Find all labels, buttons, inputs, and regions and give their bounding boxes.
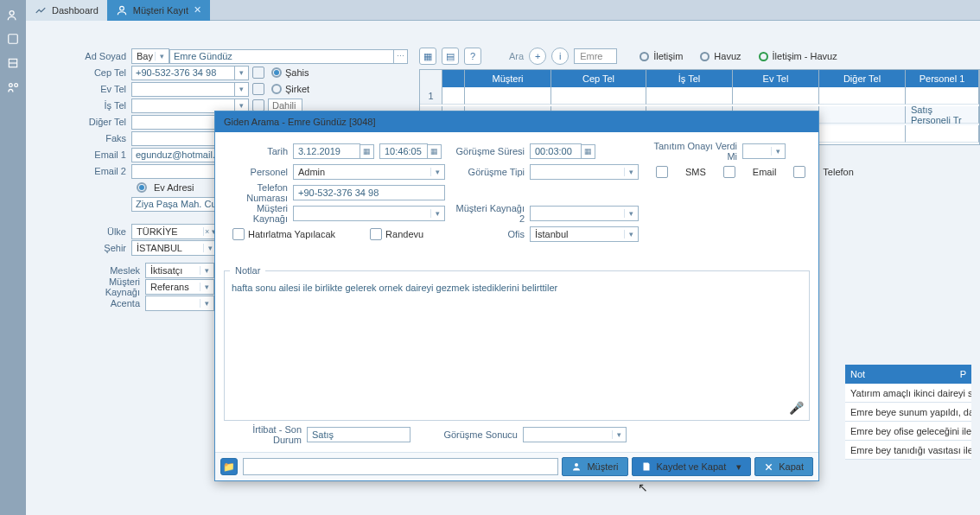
caret-icon[interactable]: ▾ <box>235 66 249 80</box>
label-gsuresi: Görüşme Süresi <box>454 146 530 156</box>
search-input[interactable] <box>574 48 617 64</box>
label-ara: Ara <box>509 51 524 61</box>
select-mk[interactable]: Referans▾ <box>145 279 214 295</box>
sidebar-icon-4[interactable] <box>2 78 24 97</box>
mic-icon[interactable]: 🎤 <box>789 401 804 415</box>
input-saat[interactable] <box>379 143 428 159</box>
label-email2: Email 2 <box>78 166 131 176</box>
label-meslek: Meslek <box>78 265 145 276</box>
radio-sahis[interactable] <box>271 67 282 78</box>
label-notlar: Notlar <box>230 265 265 276</box>
radio-sirket[interactable] <box>271 84 282 94</box>
svg-point-7 <box>575 463 578 467</box>
modal-footer: 📁 Müşteri Kaydet ve Kapat▾ Kapat <box>215 452 818 480</box>
select-ulke[interactable]: TÜRKİYE× ▾ <box>131 224 218 239</box>
modal-title: Giden Arama - Emre Gündüz [3048] <box>215 111 818 132</box>
chart-icon <box>35 4 47 16</box>
tab-musteri-kayit[interactable]: Müşteri Kayıt ✕ <box>107 0 210 21</box>
checkbox-randevu[interactable] <box>370 228 382 240</box>
notes-row[interactable]: Emre beye sunum yapıldı, daire satışı k.… <box>845 403 971 422</box>
checkbox-ev[interactable] <box>252 83 264 95</box>
filter-iletisim-havuz[interactable]: İletişim - Havuz <box>759 51 837 61</box>
filter-havuz[interactable]: Havuz <box>700 51 741 61</box>
select-tov[interactable]: ▾ <box>742 143 786 159</box>
label-tarih: Tarih <box>224 146 293 156</box>
label-email: Email <box>753 167 777 177</box>
input-irtibat[interactable] <box>307 427 410 442</box>
checkbox-telefon[interactable] <box>793 166 805 178</box>
label-personel: Personel <box>224 167 293 177</box>
label-istel: İş Tel <box>78 100 131 111</box>
select-gtipi[interactable]: ▾ <box>530 164 639 180</box>
select-acenta[interactable]: ▾ <box>145 296 214 311</box>
tab-bar: Dashboard Müşteri Kayıt ✕ <box>26 0 980 21</box>
svg-rect-1 <box>9 35 18 44</box>
svg-point-4 <box>9 83 12 86</box>
label-sahis: Şahis <box>285 67 309 78</box>
calendar-icon[interactable]: ▦ <box>360 144 374 159</box>
grid-icon-1[interactable]: ▦ <box>419 48 436 65</box>
clock-icon[interactable]: ▦ <box>428 144 442 159</box>
table-row[interactable]: 1 <box>420 87 979 106</box>
help-icon[interactable]: ? <box>464 48 481 65</box>
kapat-button[interactable]: Kapat <box>754 457 813 476</box>
sidebar-icon-3[interactable] <box>2 54 24 73</box>
footer-input[interactable] <box>243 458 558 475</box>
input-telno[interactable] <box>293 185 445 200</box>
checkbox-sms[interactable] <box>656 166 668 178</box>
tab-dashboard-label: Dashboard <box>52 5 99 16</box>
notes-row[interactable]: Yatırım amaçlı ikinci daireyi sayın aldı… <box>845 384 971 403</box>
input-tarih[interactable] <box>293 143 360 159</box>
sidebar-icon-1[interactable] <box>2 5 24 24</box>
close-icon[interactable]: ✕ <box>194 4 201 16</box>
notes-row[interactable]: Emre bey tanıdığı vasıtası ile bizi arad… <box>845 441 971 460</box>
label-mk: Müşteri Kaynağı <box>78 277 145 297</box>
label-telno: Telefon Numarası <box>224 182 293 203</box>
call-modal: Giden Arama - Emre Gündüz [3048] Tarih ▦… <box>214 111 819 481</box>
grid-icon-2[interactable]: ▤ <box>442 48 459 65</box>
input-adsoyad[interactable] <box>169 49 394 64</box>
select-sehir[interactable]: İSTANBUL▾ <box>131 240 218 256</box>
tab-dashboard[interactable]: Dashboard <box>26 0 107 21</box>
input-evtel[interactable] <box>131 82 235 97</box>
label-ulke: Ülke <box>78 226 131 237</box>
folder-icon[interactable]: 📁 <box>220 458 238 475</box>
user-icon <box>116 4 128 16</box>
checkbox-email[interactable] <box>723 166 735 178</box>
label-evadresi: Ev Adresi <box>154 182 194 193</box>
checkbox-cep[interactable] <box>252 67 264 79</box>
label-email1: Email 1 <box>78 149 131 160</box>
notes-header-not: Not <box>845 369 955 379</box>
select-ofis[interactable]: İstanbul▾ <box>530 226 639 242</box>
select-meslek[interactable]: İktisatçı▾ <box>145 263 214 278</box>
musteri-button[interactable]: Müşteri <box>562 457 627 476</box>
sidebar-icon-2[interactable] <box>2 29 24 48</box>
select-mk2[interactable]: ▾ <box>530 206 639 221</box>
checkbox-hatirlatma[interactable] <box>232 228 245 240</box>
kaydet-button[interactable]: Kaydet ve Kapat▾ <box>632 457 752 476</box>
input-gsuresi[interactable] <box>530 143 582 159</box>
input-cep[interactable] <box>131 66 235 80</box>
filter-iletisim[interactable]: İletişim <box>640 51 683 61</box>
select-bay[interactable]: Bay▾ <box>131 48 169 64</box>
svg-point-6 <box>119 6 124 10</box>
cursor-icon: ↖ <box>638 480 648 494</box>
label-tov: Tanıtım Onayı Verdi Mi <box>647 141 742 162</box>
textarea-notes[interactable] <box>230 281 804 419</box>
radio-evadresi[interactable] <box>137 182 147 193</box>
select-gsonuc[interactable]: ▾ <box>523 427 627 442</box>
label-telefon: Telefon <box>823 167 853 177</box>
notes-row[interactable]: Emre bey ofise geleceğini iletmişti teyi… <box>845 422 971 441</box>
add-icon[interactable]: + <box>529 48 546 65</box>
select-personel[interactable]: Admin▾ <box>293 164 445 180</box>
label-evtel: Ev Tel <box>78 84 131 94</box>
label-adsoyad: Ad Soyad <box>78 51 131 61</box>
label-sehir: Şehir <box>78 243 131 253</box>
label-cep: Cep Tel <box>78 67 131 78</box>
label-randevu: Randevu <box>385 229 423 239</box>
label-faks: Faks <box>78 133 131 143</box>
select-mk-modal[interactable]: ▾ <box>293 206 445 221</box>
dots-icon[interactable]: ⋯ <box>394 49 408 64</box>
info-icon[interactable]: i <box>551 48 569 65</box>
grid-header: Müşteri Cep Tel İş Tel Ev Tel Diğer Tel … <box>420 70 979 87</box>
